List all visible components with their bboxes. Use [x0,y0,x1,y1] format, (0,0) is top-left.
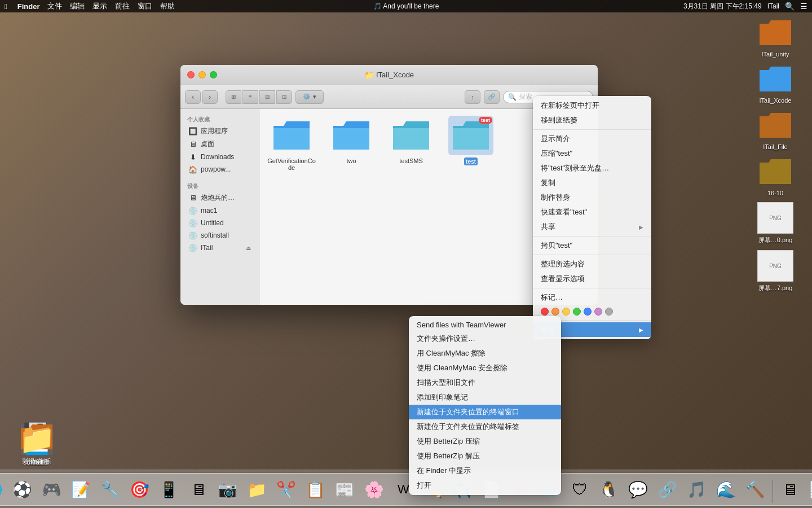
service-show-in-finder[interactable]: 在 Finder 中显示 [409,463,561,478]
sidebar-item-desktop[interactable]: 🖥 桌面 [183,138,257,151]
service-new-terminal-window[interactable]: 新建位于文件夹位置的终端窗口 [409,405,561,419]
desktop-icon-itail-xcode[interactable]: ITail_Xcode [750,63,801,104]
menu-arrange[interactable]: 整理所选内容 [533,257,651,271]
sidebar-item-paopaobing[interactable]: 🖥 炮炮兵的… [183,191,257,204]
menu-file[interactable]: 文件 [47,1,62,11]
flow-view-button[interactable]: ⊡ [276,90,292,104]
service-betterzip-extract[interactable]: 使用 BetterZip 解压 [409,449,561,463]
icon-view-button[interactable]: ⊞ [226,90,241,104]
dock-item-music[interactable]: 🎵 [683,476,710,503]
menu-duplicate[interactable]: 复制 [533,176,651,190]
menubar-search-icon[interactable]: 🔍 [785,2,795,11]
dock-item-penguin[interactable]: 🐧 [595,476,623,503]
menu-open-new-tab[interactable]: 在新标签页中打开 [533,98,651,113]
file-item-two[interactable]: two [326,116,377,171]
menu-compress[interactable]: 压缩"test" [533,146,651,161]
dock-item-link[interactable]: 🔗 [654,476,681,503]
dock-item-unity[interactable]: ⚽ [9,476,36,503]
menubar-itail[interactable]: ITail [767,2,779,10]
dock-item-folder[interactable]: 📁 [244,476,271,503]
close-button[interactable] [187,71,195,78]
back-button[interactable]: ‹ [185,90,201,104]
menu-tags[interactable]: 标记… [533,290,651,305]
dock-item-game[interactable]: 🎮 [38,476,65,503]
desktop-icon-itail-unity[interactable]: ITail_unity [750,17,801,58]
dock-item-editor[interactable]: 📝 [68,476,95,503]
menubar-list-icon[interactable]: ☰ [800,2,807,11]
forward-button[interactable]: › [202,90,218,104]
color-dot-purple[interactable] [594,308,602,316]
desktop-icon-16-10[interactable]: 16-10 [750,156,801,196]
dock-item-camera[interactable]: 📷 [214,476,241,503]
menu-copy[interactable]: 拷贝"test" [533,238,651,253]
apple-menu[interactable]:  [5,2,7,11]
service-evernote[interactable]: 添加到印象笔记 [409,390,561,405]
service-folder-ops[interactable]: 文件夹操作设置… [409,331,561,346]
action-button[interactable]: ↑ [465,90,480,104]
dock-item-control[interactable]: 📊 [806,476,813,503]
dock-item-clip[interactable]: 📋 [302,476,329,503]
share-button[interactable]: 🔗 [484,90,500,104]
desktop-icon-itail[interactable]: 📁 ITail [11,421,62,466]
column-view-button[interactable]: ⊟ [259,90,275,104]
sidebar-item-itail[interactable]: 💿 ITail ⏏ [183,242,257,254]
app-name[interactable]: Finder [17,2,40,11]
color-dot-blue[interactable] [584,308,592,316]
menu-edit[interactable]: 编辑 [70,1,85,11]
menu-quicklook[interactable]: 快速查看"test" [533,205,651,220]
menu-go[interactable]: 前往 [115,1,130,11]
dock-item-security[interactable]: 🛡 [566,476,593,503]
service-cleanmymac-wipe[interactable]: 用 CleanMyMac 擦除 [409,346,561,361]
color-dot-orange[interactable] [551,308,559,316]
menu-make-alias[interactable]: 制作替身 [533,190,651,205]
menu-window[interactable]: 窗口 [138,1,152,11]
menu-help[interactable]: 帮助 [160,1,175,11]
list-view-button[interactable]: ≡ [242,90,258,104]
menu-view[interactable]: 显示 [92,1,107,11]
dock-item-chrome[interactable]: 🌐 [0,476,7,503]
dock-item-terminal[interactable]: 🖥 [776,476,804,503]
dock-item-news[interactable]: 📰 [332,476,359,503]
eject-button[interactable]: ⏏ [246,245,251,251]
file-item-test[interactable]: test test [445,116,496,171]
service-cleanmymac-safe[interactable]: 使用 CleanMyMac 安全擦除 [409,361,561,375]
dock-item-tools[interactable]: 🔨 [742,476,769,503]
menu-move-trash[interactable]: 移到废纸篓 [533,113,651,128]
service-scan-large[interactable]: 扫描大型和旧文件 [409,375,561,390]
dock-item-wechat[interactable]: 💬 [625,476,652,503]
dock-item-screen[interactable]: 🖥 [185,476,212,503]
desktop-icon-screen7[interactable]: PNG 屏幕…7.png [750,250,801,292]
menu-show-info[interactable]: 显示简介 [533,132,651,146]
desktop-icon-screen0[interactable]: PNG 屏幕…0.png [750,202,801,244]
maximize-button[interactable] [210,71,217,78]
dock-item-mobile[interactable]: 📱 [156,476,183,503]
sidebar-item-applications[interactable]: 🔲 应用程序 [183,125,257,138]
dock-item-flower[interactable]: 🌸 [361,476,388,503]
color-dot-green[interactable] [573,308,581,316]
file-item-getverificationcode[interactable]: GetVerificationCode [266,116,317,171]
dock-item-tool1[interactable]: 🔧 [97,476,124,503]
service-new-terminal-tab[interactable]: 新建位于文件夹位置的终端标签 [409,419,561,434]
sidebar-item-downloads[interactable]: ⬇ Downloads [183,151,257,163]
desktop-icon-itail-file[interactable]: ITail_File [750,110,801,150]
service-teamviewer[interactable]: Send files with TeamViewer [409,318,561,331]
sidebar-item-untitled[interactable]: 💿 Untitled [183,217,257,229]
menu-burn[interactable]: 将"test"刻录至光盘… [533,161,651,176]
menu-share[interactable]: 共享 ▶ [533,220,651,234]
dock-item-tool2[interactable]: 🎯 [126,476,153,503]
dock-item-wave[interactable]: 🌊 [713,476,740,503]
arrange-button[interactable]: ⚙️ ▾ [295,90,324,104]
sidebar-item-mac1[interactable]: 💿 mac1 [183,204,257,217]
dock-item-scissors[interactable]: ✂️ [273,476,300,503]
service-open[interactable]: 打开 [409,478,561,493]
color-dot-red[interactable] [541,308,549,316]
color-dot-gray[interactable] [605,308,613,316]
service-betterzip-compress[interactable]: 使用 BetterZip 压缩 [409,434,561,449]
menu-view-options[interactable]: 查看显示选项 [533,271,651,286]
file-item-testsms[interactable]: testSMS [386,116,436,171]
sidebar-label-paopaobing: 炮炮兵的… [201,193,235,203]
color-dot-yellow[interactable] [562,308,570,316]
sidebar-item-powpow[interactable]: 🏠 powpow... [183,163,257,176]
sidebar-item-softinstall[interactable]: 💿 softinstall [183,229,257,242]
minimize-button[interactable] [198,71,206,78]
